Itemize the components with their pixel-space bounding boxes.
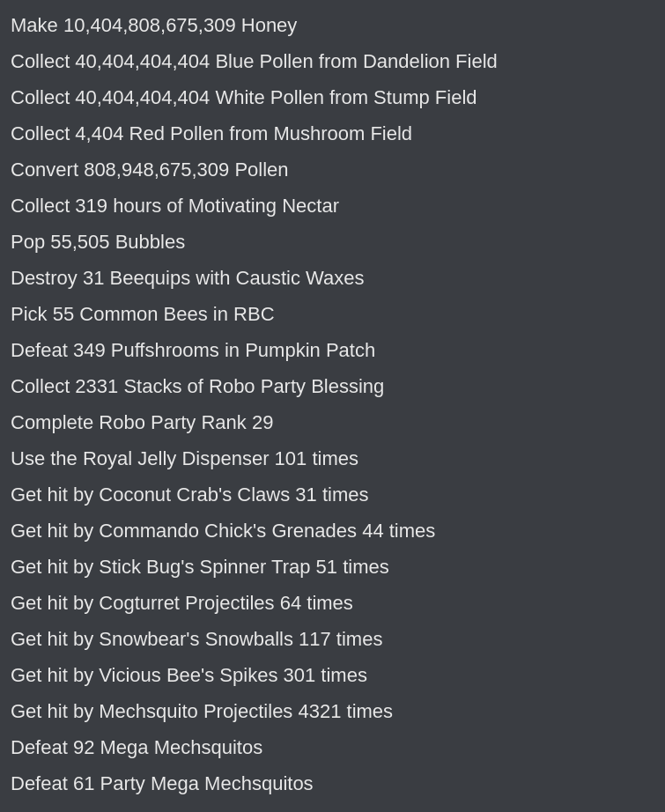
list-item: Get hit by Snowbear's Snowballs 117 time… [9, 621, 656, 657]
list-item: Get hit by Coconut Crab's Claws 31 times [9, 476, 656, 513]
list-item: Use the Royal Jelly Dispenser 101 times [9, 440, 656, 476]
task-list: Make 10,404,808,675,309 HoneyCollect 40,… [9, 7, 656, 812]
list-item: Defeat 92 Mega Mechsquitos [9, 729, 656, 765]
list-item: Convert 808,948,675,309 Pollen [9, 151, 656, 188]
list-item: Pop 55,505 Bubbles [9, 224, 656, 260]
list-item: Collect 40,404,404,404 Blue Pollen from … [9, 43, 656, 79]
list-item: Get hit by Cogturret Projectiles 64 time… [9, 585, 656, 621]
list-item: Defeat 349 Puffshrooms in Pumpkin Patch [9, 332, 656, 368]
list-item: Defeat 61 Party Mega Mechsquitos [9, 765, 656, 801]
list-item: Get hit by Mechsquito Projectiles 4321 t… [9, 693, 656, 729]
list-item: Get hit by Vicious Bee's Spikes 301 time… [9, 657, 656, 693]
list-item: Pick 55 Common Bees in RBC [9, 296, 656, 332]
list-item: Collect 319 hours of Motivating Nectar [9, 188, 656, 224]
list-item: Complete Robo Party Rank 29 [9, 404, 656, 440]
list-item: Destroy 31 Beequips with Caustic Waxes [9, 260, 656, 296]
list-item: Get hit by Stick Bug's Spinner Trap 51 t… [9, 549, 656, 585]
list-item: Collect 2331 Stacks of Robo Party Blessi… [9, 368, 656, 404]
list-item: Defeat 8 Aphids [9, 801, 656, 812]
list-item: Make 10,404,808,675,309 Honey [9, 7, 656, 43]
list-item: Get hit by Commando Chick's Grenades 44 … [9, 513, 656, 549]
list-item: Collect 4,404 Red Pollen from Mushroom F… [9, 115, 656, 151]
list-item: Collect 40,404,404,404 White Pollen from… [9, 79, 656, 115]
